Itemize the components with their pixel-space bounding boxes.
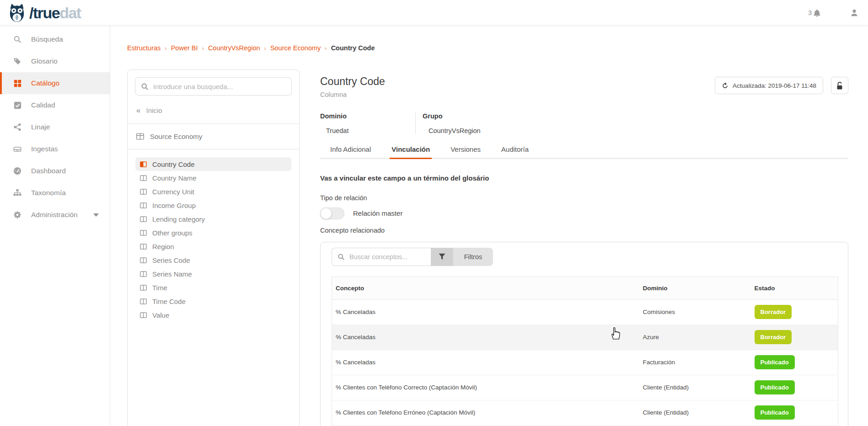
- sidebar-item-label: Calidad: [31, 101, 55, 109]
- column-item-country-code[interactable]: Country Code: [135, 157, 291, 171]
- breadcrumb-current: Country Code: [331, 44, 375, 52]
- structure-search-input[interactable]: [153, 83, 286, 91]
- tab-versiones[interactable]: Versiones: [449, 141, 482, 159]
- concept-search-input[interactable]: [349, 253, 413, 261]
- sidebar-item-label: Ingestas: [31, 145, 58, 153]
- breadcrumb-separator: ›: [165, 45, 166, 52]
- breadcrumb-separator: ›: [264, 45, 266, 52]
- unlock-icon: [836, 81, 844, 90]
- sidebar-item-label: Glosario: [31, 57, 58, 65]
- column-item[interactable]: Income Group: [135, 198, 291, 212]
- grid-icon: [13, 80, 22, 87]
- refresh-icon: [722, 82, 729, 89]
- column-item[interactable]: Series Code: [135, 253, 291, 267]
- page-subtitle: Columna: [320, 91, 385, 98]
- sidebar-item-calidad[interactable]: Calidad: [0, 94, 110, 116]
- structure-panel: « Inicio Source Economy Country Code Cou…: [127, 69, 300, 426]
- search-icon: [13, 35, 22, 43]
- tag-icon: [13, 57, 22, 65]
- breadcrumb-link-sourceeconomy[interactable]: Source Economy: [270, 44, 321, 52]
- column-item[interactable]: Time: [135, 281, 291, 294]
- sidebar-item-label: Catálogo: [31, 79, 59, 87]
- user-menu-button[interactable]: [850, 8, 859, 17]
- breadcrumb-link-powerbi[interactable]: Power BI: [171, 44, 198, 52]
- related-concept-card: Filtros Concepto Dominio Estado % Cancel…: [320, 242, 848, 426]
- sidebar-item-taxonomia[interactable]: Taxonomía: [0, 182, 110, 204]
- notification-count: 3: [808, 9, 812, 16]
- sitemap-icon: [13, 189, 22, 197]
- main-panel: Country Code Columna Actualizada: 2019-0…: [320, 75, 848, 426]
- toggle-knob: [320, 208, 332, 219]
- status-badge: Publicado: [755, 380, 795, 394]
- filters-button[interactable]: Filtros: [453, 248, 493, 266]
- column-item[interactable]: Value: [135, 308, 291, 322]
- parent-table-label: Source Economy: [150, 133, 202, 140]
- brand-logo[interactable]: /truedat: [0, 3, 81, 22]
- column-item[interactable]: Region: [135, 240, 291, 253]
- sidebar-item-dashboard[interactable]: Dashboard: [0, 160, 110, 182]
- tab-auditoria[interactable]: Auditoría: [499, 141, 530, 159]
- column-item[interactable]: Series Name: [135, 267, 291, 281]
- sidebar-item-label: Taxonomía: [31, 189, 66, 197]
- sidebar-item-label: Dashboard: [31, 167, 66, 175]
- sidebar-item-administracion[interactable]: Administración: [0, 204, 110, 226]
- chevron-down-icon: [93, 213, 99, 217]
- status-badge: Publicado: [755, 405, 795, 420]
- search-icon: [141, 83, 149, 91]
- column-item[interactable]: Country Name: [135, 171, 291, 185]
- sidebar-item-glosario[interactable]: Glosario: [0, 50, 110, 72]
- grupo-value: CountryVsRegion: [423, 127, 848, 134]
- table-row[interactable]: % Canceladas Azure Borrador: [332, 325, 838, 350]
- sidebar-item-ingestas[interactable]: Ingestas: [0, 138, 110, 160]
- header-concepto: Concepto: [332, 277, 639, 299]
- unlock-button[interactable]: [831, 77, 848, 94]
- page-title: Country Code: [320, 75, 385, 88]
- table-row[interactable]: % Canceladas Facturación Publicado: [332, 350, 838, 375]
- table-icon: [136, 133, 144, 140]
- user-icon: [850, 8, 859, 17]
- column-item[interactable]: Other groups: [135, 226, 291, 240]
- search-icon: [338, 253, 345, 261]
- related-concept-label: Concepto relacionado: [320, 227, 848, 234]
- archive-box-icon: [13, 145, 22, 153]
- tab-vinculacion[interactable]: Vinculación: [390, 141, 432, 159]
- back-to-home-link[interactable]: « Inicio: [128, 102, 299, 118]
- relation-master-toggle[interactable]: [320, 208, 344, 219]
- share-icon: [13, 123, 22, 131]
- grupo-label: Grupo: [423, 112, 848, 120]
- column-item[interactable]: Lending category: [135, 212, 291, 226]
- double-chevron-left-icon: «: [136, 106, 140, 114]
- updated-button[interactable]: Actualizada: 2019-06-17 11:48: [715, 77, 823, 94]
- link-section-heading: Vas a vincular este campo a un término d…: [320, 174, 848, 182]
- column-item[interactable]: Time Code: [135, 294, 291, 308]
- column-list: Country Code Country Name Currency Unit …: [128, 149, 299, 322]
- concepts-table: Concepto Dominio Estado % Canceladas Com…: [332, 277, 838, 426]
- table-row[interactable]: % Clientes con Teléfono Correcto (Captac…: [332, 375, 838, 400]
- table-row[interactable]: % Canceladas Comisiones Borrador: [332, 299, 838, 325]
- concept-search: [332, 248, 431, 266]
- sidebar-item-label: Linaje: [31, 123, 50, 131]
- breadcrumb-separator: ›: [325, 45, 327, 52]
- home-label: Inicio: [146, 106, 162, 114]
- toggle-label: Relación master: [353, 209, 402, 217]
- funnel-icon: [439, 253, 445, 260]
- breadcrumb-separator: ›: [202, 45, 204, 52]
- sidebar-item-label: Búsqueda: [31, 35, 63, 43]
- structure-search: [135, 77, 292, 96]
- breadcrumb-link-countryvsregion[interactable]: CountryVsRegion: [208, 44, 260, 52]
- relation-type-label: Tipo de relación: [320, 194, 848, 202]
- table-row[interactable]: % Clientes con Teléfono Erróneo (Captaci…: [332, 400, 838, 425]
- notifications-button[interactable]: 3: [808, 9, 821, 17]
- breadcrumb-link-estructuras[interactable]: Estructuras: [127, 44, 161, 52]
- brand-text: /truedat: [29, 5, 81, 21]
- header-estado: Estado: [751, 277, 838, 299]
- sidebar-item-catalogo[interactable]: Catálogo: [0, 72, 110, 94]
- parent-table-item[interactable]: Source Economy: [128, 124, 299, 149]
- filter-icon-button[interactable]: [431, 248, 453, 266]
- meta-section: Dominio Truedat Grupo CountryVsRegion: [320, 112, 848, 134]
- tab-info-adicional[interactable]: Info Adicional: [328, 141, 373, 159]
- column-item[interactable]: Currency Unit: [135, 185, 291, 198]
- sidebar-item-linaje[interactable]: Linaje: [0, 116, 110, 138]
- owl-logo-icon: [7, 3, 27, 22]
- sidebar-item-busqueda[interactable]: Búsqueda: [0, 28, 110, 50]
